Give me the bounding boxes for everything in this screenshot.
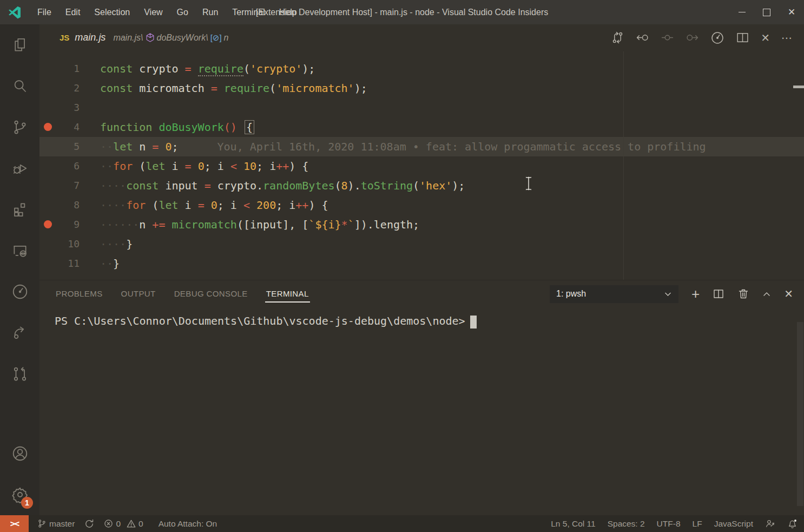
sync-status[interactable] [84,519,94,529]
language-status[interactable]: JavaScript [714,519,753,529]
breakpoint-gutter[interactable] [39,78,56,98]
code-line[interactable]: 1const crypto = require('crypto'); [39,59,804,78]
breadcrumb: main.js\ doBusyWork\ [⊘] n [113,33,228,43]
close-button[interactable]: ✕ [779,0,804,24]
title-bar: File Edit Selection View Go Run Terminal… [0,0,804,24]
menu-item-view[interactable]: View [137,8,169,17]
breadcrumb-file[interactable]: main.js\ [113,33,143,43]
more-actions-icon[interactable]: ⋯ [781,32,792,43]
terminal-select[interactable]: 1: pwsh [550,285,678,303]
navigate-current-icon[interactable] [661,31,674,44]
menu-item-file[interactable]: File [30,8,58,17]
breakpoint-gutter[interactable] [39,137,56,156]
settings-gear-icon[interactable]: 1 [0,474,39,515]
breadcrumb-function[interactable]: doBusyWork\ [157,33,208,43]
line-number[interactable]: 3 [56,98,80,117]
remote-explorer-icon[interactable] [0,230,39,271]
new-terminal-icon[interactable]: + [691,287,700,301]
line-number[interactable]: 11 [56,254,80,273]
terminal-scrollbar[interactable] [797,322,803,506]
breakpoint-gutter[interactable] [39,176,56,195]
terminal[interactable]: PS C:\Users\Connor\Documents\Github\vsco… [39,307,804,515]
code-line[interactable]: 2const micromatch = require('micromatch'… [39,78,804,98]
kill-terminal-icon[interactable] [737,288,749,300]
notifications-bell-icon[interactable] [787,518,798,529]
eol-status[interactable]: LF [693,519,702,529]
breakpoint-gutter[interactable] [39,195,56,215]
code-editor[interactable]: 1const crypto = require('crypto');2const… [39,51,804,280]
tab-output[interactable]: OUTPUT [120,286,157,303]
breakpoint-gutter[interactable] [39,59,56,78]
tab-debug-console[interactable]: DEBUG CONSOLE [173,286,249,303]
menu-item-edit[interactable]: Edit [58,8,88,17]
code-line[interactable]: 4function doBusyWork() { [39,117,804,137]
line-number[interactable]: 5 [56,137,80,156]
tab-problems[interactable]: PROBLEMS [55,286,104,303]
remote-indicator[interactable]: >< [0,515,29,532]
encoding-status[interactable]: UTF-8 [657,519,681,529]
breakpoint-gutter[interactable] [39,234,56,254]
breakpoint-dot[interactable] [39,215,56,234]
auto-attach-status[interactable]: Auto Attach: On [159,519,218,529]
code-text [80,98,100,117]
cursor-position-status[interactable]: Ln 5, Col 11 [551,519,595,529]
navigate-back-icon[interactable] [636,31,649,44]
line-number[interactable]: 9 [56,215,80,234]
navigate-forward-icon[interactable] [686,31,699,44]
line-number[interactable]: 1 [56,59,80,78]
line-number[interactable]: 7 [56,176,80,195]
error-count: 0 [116,519,121,529]
breakpoint-gutter[interactable] [39,254,56,273]
branch-status[interactable]: master [37,519,75,529]
line-number[interactable]: 4 [56,117,80,137]
code-line[interactable]: 6··for (let i = 0; i < 10; i++) { [39,156,804,176]
minimize-button[interactable] [729,0,754,24]
tab-main-js[interactable]: main.js [75,32,106,43]
close-editor-icon[interactable]: ✕ [761,32,770,43]
split-editor-icon[interactable] [736,31,749,44]
account-icon[interactable] [0,433,39,474]
menu-item-go[interactable]: Go [170,8,195,17]
git-compare-icon[interactable] [611,31,624,44]
tab-terminal[interactable]: TERMINAL [265,286,310,303]
i-beam-cursor [524,176,533,193]
code-line[interactable]: 8····for (let i = 0; i < 200; i++) { [39,195,804,215]
terminal-select-label: 1: pwsh [556,289,586,299]
github-pull-requests-icon[interactable] [0,353,39,395]
panel-header: PROBLEMS OUTPUT DEBUG CONSOLE TERMINAL 1… [39,280,804,307]
breakpoint-gutter[interactable] [39,98,56,117]
code-line[interactable]: 5··let n = 0;You, April 16th, 2020 11:08… [39,137,804,156]
split-terminal-icon[interactable] [713,288,724,300]
code-line[interactable]: 3 [39,98,804,117]
maximize-button[interactable] [754,0,779,24]
feedback-icon[interactable] [765,518,775,529]
breadcrumb-symbol[interactable]: n [224,33,229,43]
line-number[interactable]: 10 [56,234,80,254]
breakpoint-gutter[interactable] [39,156,56,176]
menu-item-run[interactable]: Run [195,8,225,17]
search-icon[interactable] [0,65,39,107]
explorer-icon[interactable] [0,24,39,65]
code-line[interactable]: 11··} [39,254,804,273]
source-control-icon[interactable] [0,107,39,148]
live-share-icon[interactable] [0,312,39,353]
problems-status[interactable]: 0 0 [104,519,143,529]
line-number[interactable]: 8 [56,195,80,215]
breakpoint-dot[interactable] [39,117,56,137]
code-line[interactable]: 9······n += micromatch([input], [`${i}*`… [39,215,804,234]
indentation-status[interactable]: Spaces: 2 [608,519,645,529]
line-number[interactable]: 6 [56,156,80,176]
run-profile-icon[interactable] [710,31,724,45]
code-text: ··for (let i = 0; i < 10; i++) { [80,156,308,176]
editor-ruler [623,51,624,280]
profile-session-icon[interactable] [0,271,39,312]
line-number[interactable]: 2 [56,78,80,98]
run-and-debug-icon[interactable] [0,148,39,189]
code-text: ····const input = crypto.randomBytes(8).… [80,176,465,195]
extensions-icon[interactable] [0,189,39,230]
menu-item-selection[interactable]: Selection [87,8,137,17]
code-line[interactable]: 7····const input = crypto.randomBytes(8)… [39,176,804,195]
code-line[interactable]: 10····} [39,234,804,254]
maximize-panel-icon[interactable] [762,291,771,297]
close-panel-icon[interactable]: ✕ [784,288,793,299]
